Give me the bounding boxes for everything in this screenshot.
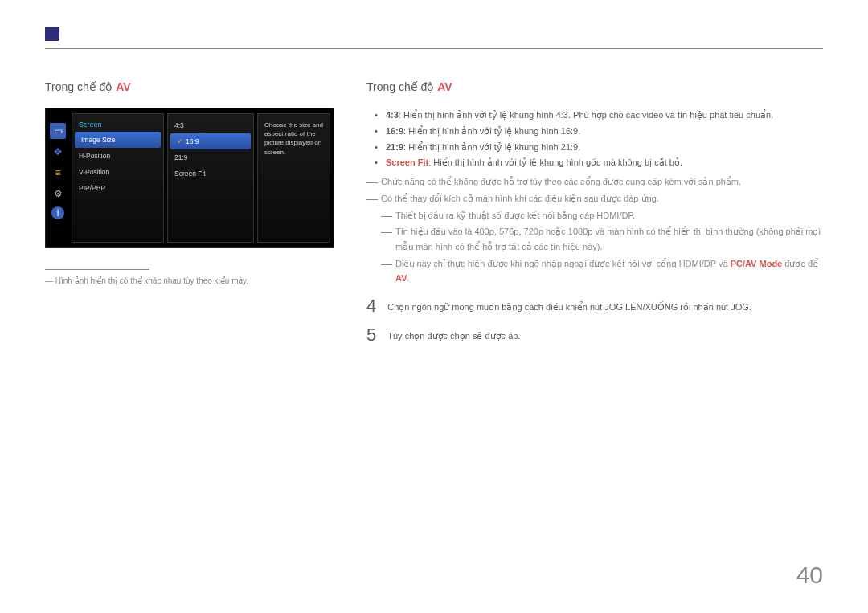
- step-4-text: Chọn ngôn ngữ mong muốn bằng cách điều k…: [387, 297, 751, 313]
- note-sub-3-prefix: Điều này chỉ thực hiện được khi ngõ nhập…: [395, 259, 731, 268]
- osd-menu-item-image-size: Image Size: [75, 132, 161, 148]
- ratio-list: 4:3: Hiển thị hình ảnh với tỷ lệ khung h…: [366, 108, 823, 171]
- bullet-43-text: : Hiển thị hình ảnh với tỷ lệ khung hình…: [399, 110, 773, 120]
- monitor-icon: ▭: [50, 123, 66, 139]
- bullet-169-text: : Hiển thị hình ảnh với tỷ lệ khung hình…: [403, 126, 580, 136]
- osd-screenshot: ▭ ✥ ≡ ⚙ i Screen Image Size H-Position V…: [45, 108, 334, 248]
- note-sub-2: Tín hiệu đầu vào là 480p, 576p, 720p hoặ…: [381, 224, 823, 254]
- osd-sub-169: ✓16:9: [170, 133, 251, 149]
- note-sub-1: Thiết bị đầu ra kỹ thuật số được kết nối…: [381, 208, 823, 223]
- osd-sub-169-label: 16:9: [186, 137, 199, 145]
- info-icon: i: [51, 206, 64, 219]
- step-4-number: 4: [366, 297, 376, 315]
- osd-sub-219: 21:9: [168, 149, 253, 166]
- av-label: AV: [395, 273, 407, 283]
- step-5-number: 5: [366, 326, 376, 344]
- osd-main-menu: Screen Image Size H-Position V-Position …: [72, 113, 164, 243]
- right-heading: Trong chế độ AV: [366, 80, 823, 93]
- bars-icon: ≡: [50, 165, 66, 181]
- bullet-169: 16:9: Hiển thị hình ảnh với tỷ lệ khung …: [366, 124, 823, 140]
- check-icon: ✓: [177, 137, 183, 145]
- right-column: Trong chế độ AV 4:3: Hiển thị hình ảnh v…: [366, 80, 823, 344]
- bullet-fit: Screen Fit: Hiển thị hình ảnh với tỷ lệ …: [366, 155, 823, 171]
- osd-icon-rail: ▭ ✥ ≡ ⚙ i: [46, 108, 70, 247]
- osd-menu-item-vpos: V-Position: [72, 164, 163, 180]
- joystick-icon: ✥: [50, 144, 66, 160]
- step-4: 4 Chọn ngôn ngữ mong muốn bằng cách điều…: [366, 297, 823, 315]
- osd-menu-title: Screen: [72, 117, 163, 132]
- top-divider: [45, 48, 823, 49]
- bullet-43-label: 4:3: [386, 110, 399, 120]
- gear-icon: ⚙: [50, 186, 66, 202]
- right-heading-accent: AV: [437, 80, 452, 93]
- osd-menu-item-pip: PIP/PBP: [72, 180, 163, 196]
- osd-description: Choose the size and aspect ratio of the …: [257, 113, 330, 243]
- step-5: 5 Tùy chọn được chọn sẽ được áp.: [366, 326, 823, 344]
- note-sub-3-mid: được để: [782, 259, 818, 268]
- bullet-219: 21:9: Hiển thị hình ảnh với tỷ lệ khung …: [366, 140, 823, 156]
- left-heading-accent: AV: [116, 80, 130, 93]
- bullet-169-label: 16:9: [386, 126, 403, 136]
- osd-submenu: 4:3 ✓16:9 21:9 Screen Fit: [167, 113, 254, 243]
- osd-sub-43: 4:3: [168, 117, 253, 133]
- note-sub-3: Điều này chỉ thực hiện được khi ngõ nhập…: [381, 256, 823, 286]
- footnote-rule: [45, 269, 149, 270]
- left-heading-prefix: Trong chế độ: [45, 80, 116, 93]
- note-line-1: Chức năng có thể không được hỗ trợ tùy t…: [366, 174, 823, 190]
- chapter-marker: [45, 27, 59, 41]
- bullet-219-text: : Hiển thị hình ảnh với tỷ lệ khung hình…: [403, 142, 580, 152]
- bullet-fit-label: Screen Fit: [386, 157, 428, 167]
- bullet-fit-text: : Hiển thị hình ảnh với tỷ lệ khung hình…: [428, 157, 682, 167]
- osd-menu-item-hpos: H-Position: [72, 148, 163, 164]
- pcav-mode-label: PC/AV Mode: [731, 259, 783, 268]
- page-number: 40: [796, 562, 823, 589]
- notes-sublist: Thiết bị đầu ra kỹ thuật số được kết nối…: [381, 208, 823, 286]
- step-5-text: Tùy chọn được chọn sẽ được áp.: [387, 326, 520, 341]
- notes-block: Chức năng có thể không được hỗ trợ tùy t…: [366, 174, 823, 286]
- right-heading-prefix: Trong chế độ: [366, 80, 437, 93]
- note-line-2: Có thể thay đổi kích cỡ màn hình khi các…: [366, 191, 823, 206]
- footnote-text: Hình ảnh hiển thị có thể khác nhau tùy t…: [45, 276, 350, 285]
- page-content: Trong chế độ AV ▭ ✥ ≡ ⚙ i Screen Image S…: [45, 80, 823, 344]
- note-sub-3-end: .: [407, 273, 409, 283]
- bullet-219-label: 21:9: [386, 142, 403, 152]
- left-heading: Trong chế độ AV: [45, 80, 350, 93]
- bullet-43: 4:3: Hiển thị hình ảnh với tỷ lệ khung h…: [366, 108, 823, 124]
- left-column: Trong chế độ AV ▭ ✥ ≡ ⚙ i Screen Image S…: [45, 80, 366, 344]
- osd-sub-fit: Screen Fit: [168, 166, 253, 182]
